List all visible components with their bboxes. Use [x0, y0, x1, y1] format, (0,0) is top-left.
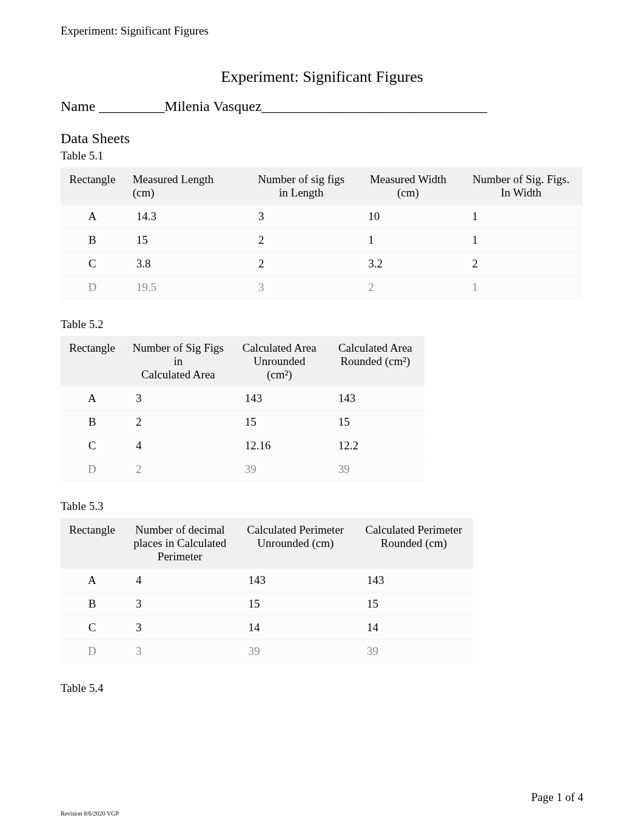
cell: 3	[246, 205, 356, 229]
table-5-1: Rectangle Measured Length (cm) Number of…	[61, 167, 582, 300]
t53-h2b: places in Calculated	[132, 537, 228, 550]
t52-h4: Calculated Area Rounded (cm²)	[326, 337, 424, 387]
cell: 4	[124, 434, 233, 458]
cell: 10	[356, 205, 460, 229]
cell: A	[61, 569, 124, 592]
cell: 2	[356, 276, 460, 300]
cell: C	[61, 252, 124, 276]
cell: 3.2	[356, 252, 460, 276]
t52-h2: Number of Sig Figs in Calculated Area	[124, 337, 233, 387]
table-5-2-label: Table 5.2	[61, 318, 583, 331]
t52-h1: Rectangle	[61, 337, 124, 387]
cell: 3	[124, 592, 236, 616]
cell: 39	[236, 640, 355, 663]
t53-h3b: Unrounded (cm)	[245, 537, 346, 550]
cell: A	[61, 205, 124, 229]
cell: 143	[326, 387, 424, 411]
cell: D	[61, 458, 124, 481]
table-row: C 3 14 14	[61, 616, 473, 640]
t51-h5b: In Width	[469, 186, 574, 200]
cell: 1	[460, 229, 582, 252]
t53-h2a: Number of decimal	[135, 523, 225, 536]
cell: D	[61, 276, 124, 300]
t52-h2a: Number of Sig Figs in	[133, 341, 224, 367]
cell: 2	[246, 252, 356, 276]
cell: 39	[233, 458, 326, 481]
t53-h4b: Rounded (cm)	[363, 537, 465, 550]
t51-h3: Number of sig figs in Length	[246, 168, 356, 205]
cell: B	[61, 411, 124, 434]
cell: 3	[124, 640, 236, 663]
t51-h3a: Number of sig figs	[258, 173, 344, 186]
t51-h4: Measured Width (cm)	[356, 168, 460, 205]
table-row: B 15 2 1 1	[61, 229, 582, 252]
cell: 2	[246, 229, 356, 252]
t51-h5: Number of Sig. Figs. In Width	[460, 168, 582, 205]
t53-h2c: Perimeter	[132, 550, 228, 563]
cell: 15	[326, 411, 424, 434]
cell: 39	[355, 640, 473, 663]
t51-h3b: in Length	[255, 186, 347, 200]
table-5-3: Rectangle Number of decimal places in Ca…	[61, 518, 473, 663]
table-row: C 3.8 2 3.2 2	[61, 252, 582, 276]
t52-h3b: Unrounded (cm²)	[241, 355, 318, 381]
table-row: B 3 15 15	[61, 592, 473, 616]
footer: Page 1 of 4 Revision 8/6/2020 VGP	[61, 791, 583, 817]
cell: 143	[355, 569, 473, 592]
cell: 39	[326, 458, 424, 481]
cell: A	[61, 387, 124, 411]
t53-h3: Calculated Perimeter Unrounded (cm)	[236, 518, 355, 569]
cell: 143	[236, 569, 355, 592]
running-header: Experiment: Significant Figures	[61, 24, 583, 38]
t52-h3a: Calculated Area	[243, 341, 317, 354]
table-row: A 3 143 143	[61, 387, 424, 411]
table-row: C 4 12.16 12.2	[61, 434, 424, 458]
table-row: B 2 15 15	[61, 411, 424, 434]
cell: 3.8	[124, 252, 246, 276]
cell: 4	[124, 569, 236, 592]
cell: B	[61, 229, 124, 252]
cell: 15	[124, 229, 246, 252]
table-row: D 3 39 39	[61, 640, 473, 663]
t53-h3a: Calculated Perimeter	[247, 523, 344, 536]
page-number: Page 1 of 4	[61, 791, 583, 804]
cell: 12.16	[233, 434, 326, 458]
revision-note: Revision 8/6/2020 VGP	[61, 810, 583, 817]
table-row: D 19.5 3 2 1	[61, 276, 582, 300]
t52-h4b: Rounded (cm²)	[335, 355, 416, 368]
t53-h4a: Calculated Perimeter	[366, 523, 463, 536]
cell: 3	[246, 276, 356, 300]
data-sheets-heading: Data Sheets	[61, 130, 583, 147]
cell: 15	[236, 592, 355, 616]
cell: 2	[124, 411, 233, 434]
cell: 15	[355, 592, 473, 616]
cell: 143	[233, 387, 326, 411]
table-5-1-label: Table 5.1	[61, 149, 583, 163]
t51-h5a: Number of Sig. Figs.	[472, 173, 569, 186]
cell: 3	[124, 387, 233, 411]
cell: 2	[124, 458, 233, 481]
t53-h2: Number of decimal places in Calculated P…	[124, 518, 236, 569]
cell: 19.5	[124, 276, 246, 300]
t53-h4: Calculated Perimeter Rounded (cm)	[355, 518, 473, 569]
t51-h1: Rectangle	[61, 168, 124, 205]
name-line: Name _________Milenia Vasquez___________…	[61, 98, 583, 115]
cell: 12.2	[326, 434, 424, 458]
cell: D	[61, 640, 124, 663]
page-title: Experiment: Significant Figures	[61, 68, 583, 86]
t53-h1: Rectangle	[61, 518, 124, 569]
cell: B	[61, 592, 124, 616]
cell: 3	[124, 616, 236, 640]
cell: 1	[460, 276, 582, 300]
table-row: D 2 39 39	[61, 458, 424, 481]
table-row: A 14.3 3 10 1	[61, 205, 582, 229]
cell: 14	[355, 616, 473, 640]
t51-h2: Measured Length (cm)	[124, 168, 246, 205]
cell: C	[61, 616, 124, 640]
table-row: A 4 143 143	[61, 569, 473, 592]
cell: C	[61, 434, 124, 458]
cell: 1	[356, 229, 460, 252]
cell: 1	[460, 205, 582, 229]
t52-h2b: Calculated Area	[132, 368, 224, 381]
table-5-2: Rectangle Number of Sig Figs in Calculat…	[61, 336, 424, 481]
